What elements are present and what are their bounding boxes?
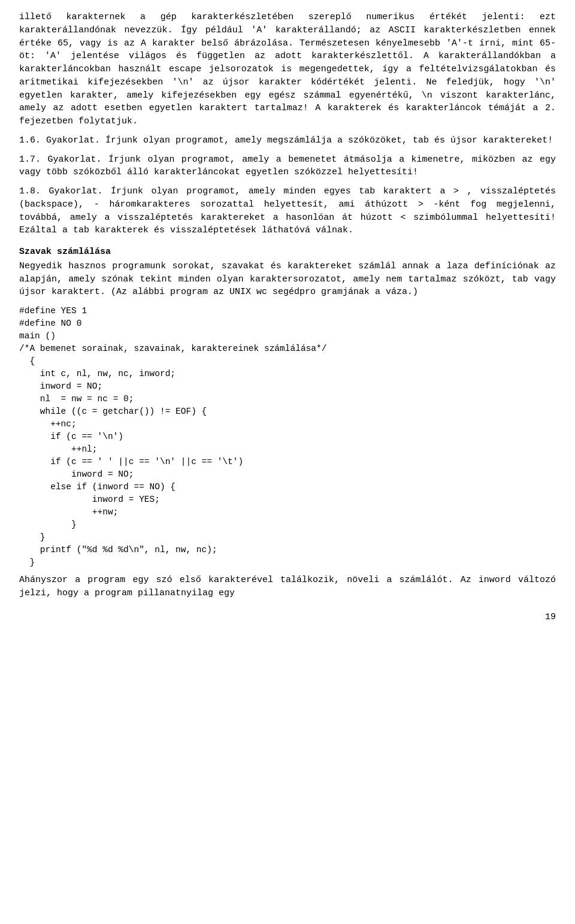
opening-text: illető karakternek a gép karakterkészlet… (19, 12, 556, 126)
page-content: illető karakternek a gép karakterkészlet… (19, 11, 556, 624)
exercise-17: 1.7. Gyakorlat. Írjunk olyan programot, … (19, 153, 556, 180)
section-title: Szavak számlálása (19, 246, 556, 259)
exercise-16-text: 1.6. Gyakorlat. Írjunk olyan programot, … (19, 135, 553, 146)
section-intro: Negyedik hasznos programunk sorokat, sza… (19, 260, 556, 299)
closing-paragraph: Ahányszor a program egy szó első karakte… (19, 574, 556, 600)
page-number: 19 (19, 611, 556, 624)
opening-paragraph: illető karakternek a gép karakterkészlet… (19, 11, 556, 128)
exercise-18: 1.8. Gyakorlat. Írjunk olyan programot, … (19, 185, 556, 237)
exercise-16: 1.6. Gyakorlat. Írjunk olyan programot, … (19, 134, 556, 147)
exercise-17-text: 1.7. Gyakorlat. Írjunk olyan programot, … (19, 154, 556, 178)
code-block: #define YES 1 #define NO 0 main () /*A b… (19, 305, 556, 569)
exercise-18-text: 1.8. Gyakorlat. Írjunk olyan programot, … (19, 186, 556, 235)
